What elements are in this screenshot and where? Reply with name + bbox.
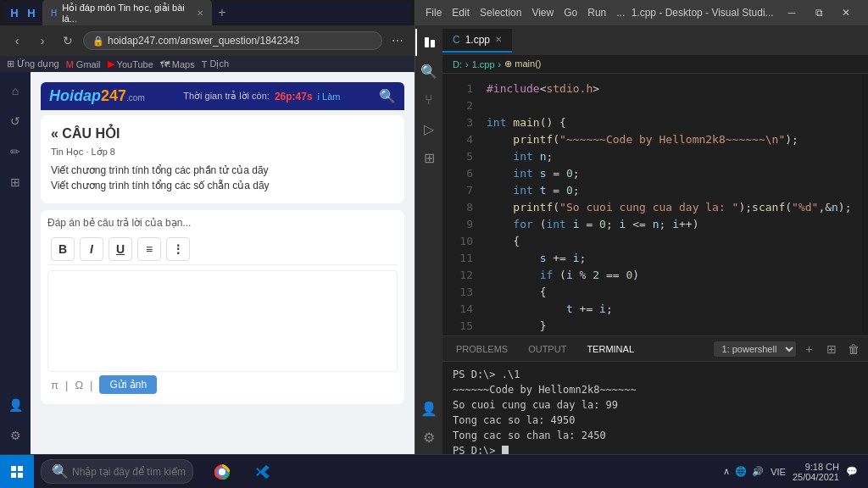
svg-rect-1 xyxy=(431,40,435,47)
user-icon[interactable]: 👤 xyxy=(415,395,442,422)
minimize-button[interactable]: ─ xyxy=(780,4,804,21)
taskbar-pinned-icons xyxy=(203,455,281,489)
term-line-2: ~~~~~~Code by Hellomn2k8~~~~~~ xyxy=(453,382,868,397)
editor-tabs: C 1.cpp ✕ xyxy=(442,25,868,55)
split-terminal-icon[interactable]: ⊞ xyxy=(823,341,840,358)
debug-icon[interactable]: ▷ xyxy=(415,115,442,142)
taskbar: 🔍 ∧ 🌐 🔊 VIE 9:18 CH 25/04/2021 💬 xyxy=(0,454,868,488)
browser-settings[interactable]: ⋯ xyxy=(387,30,408,51)
menu-view[interactable]: View xyxy=(531,7,554,19)
omega-symbol[interactable]: Ω xyxy=(75,379,83,391)
bookmark-youtube[interactable]: ▶ YouTube xyxy=(108,58,153,69)
sidebar-user-icon[interactable]: 👤 xyxy=(3,393,27,417)
back-button[interactable]: ‹ xyxy=(7,30,27,51)
italic-button[interactable]: I xyxy=(80,237,103,261)
menu-go[interactable]: Go xyxy=(564,7,577,19)
bookmark-gmail[interactable]: M Gmail xyxy=(66,59,101,69)
tray-arrow[interactable]: ∧ xyxy=(723,466,730,477)
qa-content: Hoidap247.com Thời gian trả lời còn: 26p… xyxy=(31,72,415,454)
action-btn[interactable]: i Làm xyxy=(318,92,341,102)
editor-tab-cpp[interactable]: C 1.cpp ✕ xyxy=(442,29,512,53)
vscode-body: 🔍 ⑂ ▷ ⊞ 👤 ⚙ C 1.cpp ✕ xyxy=(415,25,868,454)
taskbar-search-box[interactable]: 🔍 xyxy=(41,459,193,484)
term-line-5: Tong cac so chan la: 2450 xyxy=(453,428,868,443)
taskbar-search-input[interactable] xyxy=(72,466,191,478)
output-tab[interactable]: OUTPUT xyxy=(521,341,573,358)
term-prompt-line: PS D:\> xyxy=(453,443,868,454)
svg-rect-3 xyxy=(18,466,23,471)
answer-section: Đáp án bẻ câu trả lời của bạn... B I U ≡… xyxy=(41,210,404,404)
terminal-cursor xyxy=(502,446,509,455)
translate-icon: T xyxy=(202,59,208,69)
apps-icon: ⊞ xyxy=(7,58,14,69)
tab-close-icon[interactable]: ✕ xyxy=(495,35,502,44)
extensions-icon[interactable]: ⊞ xyxy=(415,144,442,171)
shell-selector[interactable]: 1: powershell xyxy=(714,341,796,357)
taskbar-search-icon: 🔍 xyxy=(52,463,69,480)
clock[interactable]: 9:18 CH 25/04/2021 xyxy=(793,462,839,482)
code-area[interactable]: 12345 678910 1112131415 1617181920 #incl… xyxy=(442,74,868,336)
refresh-button[interactable]: ↻ xyxy=(58,30,78,51)
delete-terminal-icon[interactable]: 🗑 xyxy=(845,341,862,358)
sidebar-grid-icon[interactable]: ⊞ xyxy=(3,170,27,194)
browser-logo2: H xyxy=(24,7,39,19)
terminal-body[interactable]: PS D:\> .\1 ~~~~~~Code by Hellomn2k8~~~~… xyxy=(442,362,868,454)
cpp-file-icon: C xyxy=(453,34,460,46)
maps-icon: 🗺 xyxy=(160,59,170,69)
sidebar-refresh-icon[interactable]: ↺ xyxy=(3,109,27,133)
bookmark-maps[interactable]: 🗺 Maps xyxy=(160,59,195,69)
tray-volume[interactable]: 🔊 xyxy=(752,466,764,477)
menu-more[interactable]: ... xyxy=(616,7,625,19)
editor-main: C 1.cpp ✕ D: › 1.cpp › ⊕ main() 1234 xyxy=(442,25,868,454)
svg-rect-2 xyxy=(11,466,16,471)
url-bar[interactable]: 🔒 hoidap247.com/answer_question/1842343 xyxy=(83,31,382,50)
bookmark-apps[interactable]: ⊞ Ứng dụng xyxy=(7,58,59,69)
terminal-section: PROBLEMS OUTPUT TERMINAL 1: powershell +… xyxy=(442,336,868,454)
vscode-menu: File Edit Selection View Go Run ... xyxy=(426,7,625,19)
notification-icon[interactable]: 💬 xyxy=(846,466,858,477)
add-terminal-icon[interactable]: + xyxy=(801,341,818,358)
align-button[interactable]: ≡ xyxy=(137,237,161,261)
sidebar-home-icon[interactable]: ⌂ xyxy=(3,79,27,103)
taskbar-chrome-icon[interactable] xyxy=(203,455,241,489)
menu-selection[interactable]: Selection xyxy=(480,7,521,19)
tray-network[interactable]: 🌐 xyxy=(735,466,747,477)
menu-run[interactable]: Run xyxy=(587,7,606,19)
settings-icon[interactable]: ⚙ xyxy=(415,424,442,451)
site-search-icon[interactable]: 🔍 xyxy=(379,88,396,104)
new-tab-button[interactable]: + xyxy=(212,3,232,23)
answer-editor-area[interactable] xyxy=(47,270,398,372)
more-button[interactable]: ⋮ xyxy=(166,237,190,261)
menu-edit[interactable]: Edit xyxy=(452,7,470,19)
sidebar-pen-icon[interactable]: ✏ xyxy=(3,140,27,164)
tab-close-btn[interactable]: ✕ xyxy=(197,8,203,18)
terminal-tabs: PROBLEMS OUTPUT TERMINAL 1: powershell +… xyxy=(442,336,868,362)
terminal-tab[interactable]: TERMINAL xyxy=(580,341,641,358)
browser-tab-active[interactable]: H Hỏi đáp môn Tin học, giải bài lá... ✕ xyxy=(42,0,212,27)
pi-symbol[interactable]: π xyxy=(51,379,58,391)
taskbar-vscode-icon[interactable] xyxy=(244,455,281,489)
browser-body: ⌂ ↺ ✏ ⊞ 👤 ⚙ Hoidap247.com Thời gian trả … xyxy=(0,72,415,454)
forward-button[interactable]: › xyxy=(32,30,53,51)
answer-placeholder-text: Đáp án bẻ câu trả lời của bạn... xyxy=(47,217,398,229)
explorer-icon[interactable] xyxy=(415,29,442,56)
source-control-icon[interactable]: ⑂ xyxy=(415,86,442,114)
bookmark-translate[interactable]: T Dịch xyxy=(202,58,229,69)
sep2: | xyxy=(90,379,92,391)
start-button[interactable] xyxy=(0,455,34,489)
sidebar-settings-icon[interactable]: ⚙ xyxy=(3,424,27,447)
browser-panel: H H H Hỏi đáp môn Tin học, giải bài lá..… xyxy=(0,0,415,454)
term-line-3: So cuoi cung cua day la: 99 xyxy=(453,397,868,413)
term-line-1: PS D:\> .\1 xyxy=(453,367,868,382)
browser-sidebar: ⌂ ↺ ✏ ⊞ 👤 ⚙ xyxy=(0,72,31,454)
close-button[interactable]: ✕ xyxy=(834,4,858,21)
menu-file[interactable]: File xyxy=(426,7,442,19)
send-image-button[interactable]: Gửi ảnh xyxy=(99,375,157,394)
problems-tab[interactable]: PROBLEMS xyxy=(449,341,515,358)
svg-rect-5 xyxy=(18,473,23,478)
search-icon[interactable]: 🔍 xyxy=(415,58,442,85)
underline-button[interactable]: U xyxy=(108,237,132,261)
bold-button[interactable]: B xyxy=(51,237,75,261)
restore-button[interactable]: ⧉ xyxy=(807,4,831,21)
language-indicator[interactable]: VIE xyxy=(771,467,786,477)
